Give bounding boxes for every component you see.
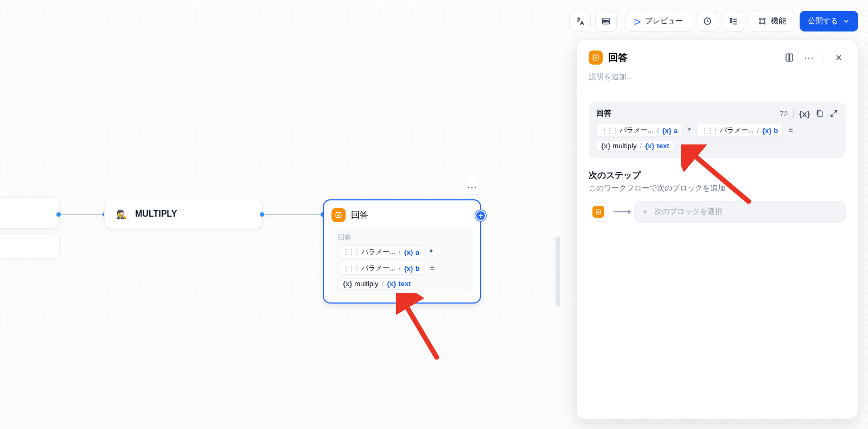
preview-label: プレビュー	[645, 16, 683, 26]
svg-point-8	[764, 23, 765, 24]
book-icon	[784, 53, 794, 62]
canvas-node-partial-start[interactable]	[0, 197, 60, 229]
answer-config-label: 回答	[596, 109, 775, 118]
panel-token-row-a[interactable]: ⋮⋮⋮ パラメー... / {x} a * ⋮⋮⋮ パラメー... / {x} …	[596, 124, 838, 137]
docs-button[interactable]	[782, 51, 796, 65]
grid-icon: ⋮⋮⋮	[343, 264, 359, 272]
svg-point-5	[760, 18, 761, 20]
param-a-token[interactable]: ⋮⋮⋮ パラメー... / {x} a	[338, 245, 424, 258]
env-icon: ENV	[601, 16, 611, 26]
next-block-selector[interactable]: ＋ 次のブロックを選択	[634, 201, 846, 223]
node-add-handle[interactable]: +	[475, 210, 486, 221]
answer-body-label: 回答	[338, 233, 466, 242]
panel-token-row-result[interactable]: {x} multiply / {x} text	[596, 140, 838, 152]
history-icon	[703, 16, 712, 26]
grid-icon: ⋮⋮⋮	[701, 127, 718, 134]
answer-node-body: 回答 ⋮⋮⋮ パラメー... / {x} a * ⋮⋮⋮ パラメー... / {…	[331, 228, 473, 295]
edge-start-to-multiply	[59, 214, 105, 215]
svg-text:ENV: ENV	[603, 20, 609, 23]
clipboard-icon	[815, 109, 824, 118]
grid-icon: ⋮⋮⋮	[343, 248, 359, 256]
svg-point-7	[760, 23, 761, 24]
multiply-text-token[interactable]: {x} multiply / {x} text	[596, 140, 674, 152]
param-a-token[interactable]: ⋮⋮⋮ パラメー... / {x} a	[596, 124, 682, 137]
node-more-button[interactable]: ⋯	[464, 179, 480, 195]
arrow-annotation-canvas	[396, 293, 445, 364]
close-icon	[834, 53, 843, 62]
multiply-node-title: MULTIPLY	[135, 209, 177, 219]
svg-rect-4	[730, 21, 732, 22]
op-star: *	[427, 248, 435, 256]
current-block-chip	[589, 202, 608, 222]
svg-rect-3	[730, 18, 732, 20]
next-step-subtitle: このワークフローで次のブロックを追加	[589, 184, 846, 193]
history-button[interactable]	[697, 11, 718, 31]
next-step-row: ＋ 次のブロックを選択	[589, 201, 846, 223]
canvas-scrollbar[interactable]	[556, 236, 560, 307]
features-label: 機能	[771, 16, 786, 26]
char-count: 72	[780, 110, 788, 118]
op-equals: =	[786, 126, 795, 135]
panel-title: 回答	[608, 51, 628, 64]
token-row-a: ⋮⋮⋮ パラメー... / {x} a *	[338, 245, 466, 258]
multiply-node-icon: 🕵️	[114, 207, 129, 221]
expand-icon	[829, 109, 838, 118]
publish-button[interactable]: 公開する	[800, 11, 858, 31]
answer-node[interactable]: + 回答 回答 ⋮⋮⋮ パラメー... / {x} a * ⋮⋮⋮ パラメー..…	[323, 199, 481, 304]
checklist-icon	[729, 16, 738, 26]
token-row-b: ⋮⋮⋮ パラメー... / {x} b =	[338, 262, 466, 275]
param-b-token[interactable]: ⋮⋮⋮ パラメー... / {x} b	[338, 262, 425, 275]
canvas-node-partial-content	[0, 234, 60, 258]
op-star: *	[686, 126, 693, 135]
translate-button[interactable]	[569, 11, 591, 31]
panel-close-button[interactable]	[832, 51, 846, 65]
braces-icon: {x}	[799, 109, 810, 118]
preview-button[interactable]: ▷ プレビュー	[626, 11, 692, 31]
play-icon: ▷	[635, 17, 641, 26]
arrow-icon	[614, 211, 629, 212]
multiply-node[interactable]: 🕵️ MULTIPLY	[104, 199, 263, 229]
svg-point-6	[764, 18, 765, 20]
answer-icon-small	[592, 206, 604, 218]
panel-icon	[589, 51, 603, 65]
clipboard-button[interactable]	[815, 109, 824, 118]
answer-config-box: 回答 72 {x} ⋮⋮⋮ パラメー... / {x} a * ⋮⋮	[589, 102, 846, 158]
multiply-text-token[interactable]: {x} multiply / {x} text	[338, 278, 416, 289]
answer-node-header: 回答	[331, 208, 473, 222]
svg-rect-13	[818, 111, 822, 117]
op-equals: =	[428, 264, 437, 273]
answer-node-icon	[331, 208, 346, 222]
features-button[interactable]: 機能	[749, 11, 795, 31]
grid-icon: ⋮⋮⋮	[601, 127, 617, 134]
next-step-title: 次のステップ	[589, 170, 846, 181]
publish-label: 公開する	[808, 16, 838, 26]
next-block-placeholder: 次のブロックを選択	[654, 207, 723, 217]
translate-icon	[575, 16, 585, 26]
panel-more-button[interactable]: ⋯	[802, 51, 816, 65]
token-row-result: {x} multiply / {x} text	[338, 278, 466, 289]
panel-header: 回答 ⋯	[589, 51, 846, 65]
checklist-button[interactable]	[723, 11, 744, 31]
plus-icon: ＋	[641, 207, 649, 217]
side-panel: 回答 ⋯ 説明を追加... 回答 72 {x}	[576, 39, 858, 419]
chevron-down-icon	[843, 17, 850, 25]
param-b-token[interactable]: ⋮⋮⋮ パラメー... / {x} b	[697, 124, 783, 137]
svg-line-11	[403, 300, 437, 357]
top-toolbar: ENV ▷ プレビュー 機能 公開する	[569, 11, 858, 31]
description-input[interactable]: 説明を追加...	[589, 72, 846, 82]
insert-variable-button[interactable]: {x}	[799, 109, 810, 118]
edge-multiply-to-answer	[262, 214, 323, 215]
expand-button[interactable]	[829, 109, 838, 118]
env-button[interactable]: ENV	[595, 11, 617, 31]
answer-node-title: 回答	[351, 210, 368, 221]
features-icon	[758, 17, 767, 26]
